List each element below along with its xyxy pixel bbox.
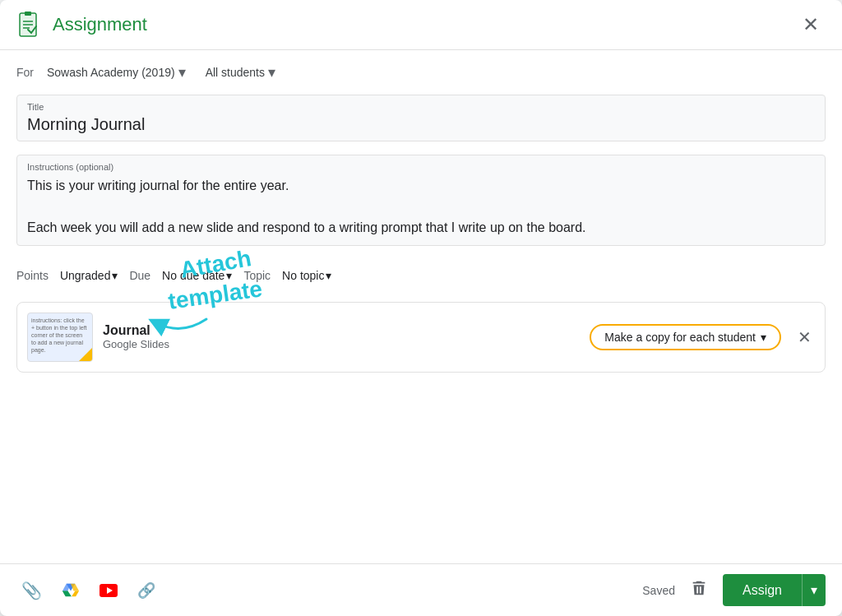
metadata-bar: Points Ungraded ▾ Due No due date ▾ Topi… xyxy=(16,259,826,292)
bottom-bar: 📎 🔗 Saved xyxy=(0,563,842,616)
title-field[interactable]: Title Morning Journal xyxy=(16,95,826,141)
title-value[interactable]: Morning Journal xyxy=(27,115,815,134)
due-label: Due xyxy=(129,269,150,282)
svg-rect-1 xyxy=(25,12,31,16)
class-name: Sowash Academy (2019) xyxy=(47,66,175,79)
class-dropdown[interactable]: Sowash Academy (2019) ▾ xyxy=(40,60,192,85)
modal-title: Assignment xyxy=(53,14,796,35)
attachment-name: Journal xyxy=(103,323,580,338)
close-icon: ✕ xyxy=(803,13,819,36)
assignment-icon xyxy=(16,12,43,38)
youtube-icon xyxy=(99,584,118,597)
due-value: No due date xyxy=(162,269,224,282)
fields-area: Title Morning Journal Instructions (opti… xyxy=(0,95,842,563)
copy-dropdown[interactable]: Make a copy for each student ▾ xyxy=(590,324,781,350)
attachment-card: instructions: click the + button in the … xyxy=(16,302,826,373)
points-chevron-icon: ▾ xyxy=(112,269,118,282)
assign-group: Assign ▾ xyxy=(723,574,826,606)
instructions-label: Instructions (optional) xyxy=(27,162,815,172)
due-dropdown[interactable]: No due date ▾ xyxy=(157,266,237,285)
assign-dropdown-button[interactable]: ▾ xyxy=(802,574,826,606)
topic-chevron-icon: ▾ xyxy=(326,269,331,282)
assignment-modal: Assignment ✕ For Sowash Academy (2019) ▾… xyxy=(0,0,842,616)
for-bar: For Sowash Academy (2019) ▾ All students… xyxy=(0,50,842,95)
copy-chevron-icon: ▾ xyxy=(761,331,766,344)
attachment-info: Journal Google Slides xyxy=(103,323,580,350)
topic-value: No topic xyxy=(282,269,324,282)
points-label: Points xyxy=(16,269,49,282)
modal-header: Assignment ✕ xyxy=(0,0,842,50)
remove-icon: ✕ xyxy=(798,328,812,346)
topic-label: Topic xyxy=(243,269,271,282)
attach-drive-button[interactable] xyxy=(57,577,85,604)
remove-attachment-button[interactable]: ✕ xyxy=(794,324,815,350)
drive-icon xyxy=(62,581,80,600)
copy-option-label: Make a copy for each student xyxy=(604,331,756,344)
trash-icon xyxy=(690,579,708,597)
title-label: Title xyxy=(27,102,815,112)
topic-dropdown[interactable]: No topic ▾ xyxy=(277,266,336,285)
delete-button[interactable] xyxy=(685,574,713,606)
instructions-value: This is your writing journal for the ent… xyxy=(27,175,815,239)
students-dropdown[interactable]: All students ▾ xyxy=(199,60,282,85)
students-value: All students xyxy=(206,66,265,79)
attachment-type: Google Slides xyxy=(103,338,580,350)
attachment-thumbnail: instructions: click the + button in the … xyxy=(27,313,93,362)
due-chevron-icon: ▾ xyxy=(226,269,232,282)
instructions-field[interactable]: Instructions (optional) This is your wri… xyxy=(16,155,826,246)
assign-button[interactable]: Assign xyxy=(723,574,802,606)
close-button[interactable]: ✕ xyxy=(796,10,826,39)
attach-link-button[interactable]: 🔗 xyxy=(132,577,160,604)
class-chevron-icon: ▾ xyxy=(178,63,186,81)
thumbnail-corner-icon xyxy=(79,348,92,361)
points-dropdown[interactable]: Ungraded ▾ xyxy=(55,266,123,285)
points-value: Ungraded xyxy=(60,269,111,282)
attach-youtube-button[interactable] xyxy=(95,579,123,602)
saved-status: Saved xyxy=(642,584,675,597)
link-icon: 🔗 xyxy=(137,581,155,600)
attach-file-button[interactable]: 📎 xyxy=(16,576,47,605)
students-chevron-icon: ▾ xyxy=(268,63,275,81)
for-label: For xyxy=(16,66,34,79)
paperclip-icon: 📎 xyxy=(21,581,42,600)
assign-chevron-icon: ▾ xyxy=(811,583,817,597)
